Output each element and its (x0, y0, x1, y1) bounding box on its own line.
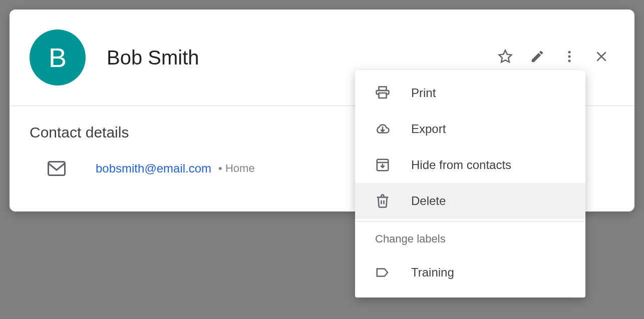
menu-item-label: Print (411, 86, 436, 100)
email-label: Home (218, 162, 255, 175)
archive-icon (375, 158, 411, 172)
svg-rect-6 (49, 162, 65, 176)
menu-label-training[interactable]: Training (355, 254, 585, 290)
menu-item-export[interactable]: Export (355, 111, 585, 147)
header-actions (496, 48, 614, 66)
menu-item-label: Training (411, 266, 454, 280)
menu-item-label: Hide from contacts (411, 158, 511, 172)
edit-button[interactable] (528, 48, 546, 66)
trash-icon (375, 194, 411, 208)
contact-name: Bob Smith (107, 46, 496, 69)
svg-point-1 (568, 51, 571, 54)
svg-rect-8 (379, 93, 387, 98)
star-button[interactable] (496, 48, 514, 66)
svg-point-2 (568, 56, 571, 58)
avatar[interactable]: B (30, 30, 86, 86)
cloud-download-icon (375, 122, 411, 136)
menu-item-label: Delete (411, 194, 446, 208)
menu-item-label: Export (411, 122, 446, 136)
more-button[interactable] (560, 48, 578, 66)
close-button[interactable] (592, 48, 610, 66)
menu-item-hide[interactable]: Hide from contacts (355, 147, 585, 183)
svg-point-3 (568, 60, 571, 62)
pencil-icon (530, 49, 545, 66)
avatar-initial: B (49, 42, 67, 73)
close-icon (595, 50, 608, 65)
menu-labels-heading: Change labels (355, 224, 585, 254)
svg-marker-0 (499, 50, 512, 62)
menu-item-delete[interactable]: Delete (355, 183, 585, 219)
more-vert-icon (562, 49, 577, 66)
menu-divider (355, 221, 585, 222)
menu-spacer (355, 290, 585, 298)
label-icon (375, 265, 411, 280)
email-icon (48, 161, 66, 176)
email-link[interactable]: bobsmith@email.com (96, 162, 211, 176)
print-icon (375, 86, 411, 100)
star-icon (498, 49, 513, 66)
menu-item-print[interactable]: Print (355, 75, 585, 111)
overflow-menu: Print Export Hide from contacts Delete C… (355, 70, 585, 298)
